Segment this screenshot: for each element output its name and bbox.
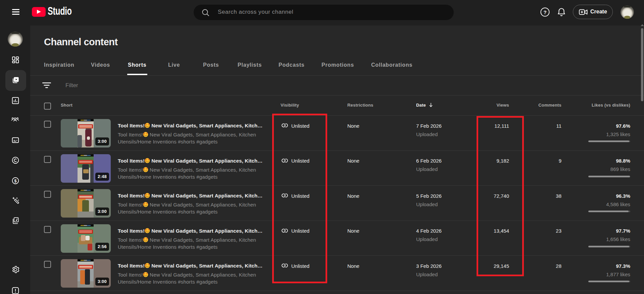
svg-text:?: ? bbox=[543, 9, 546, 15]
svg-text:$: $ bbox=[14, 179, 17, 183]
